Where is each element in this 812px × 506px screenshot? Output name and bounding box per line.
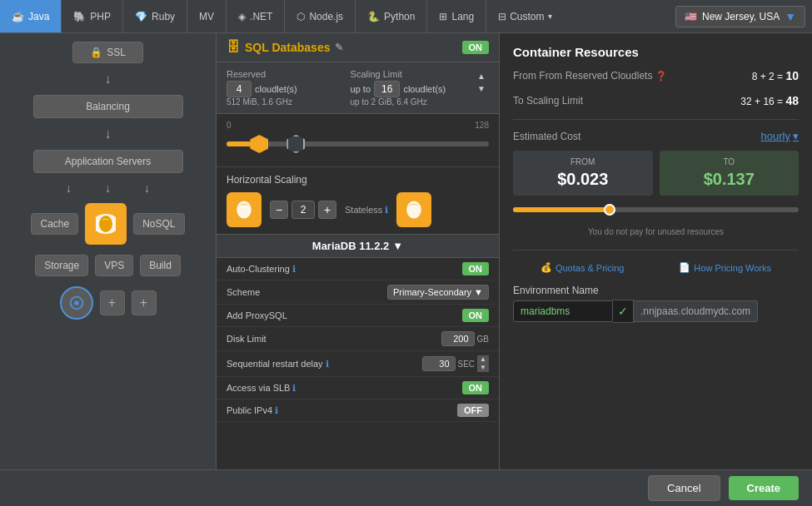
app-servers-button[interactable]: Application Servers [33,150,183,173]
env-name-label: Environment Name [513,285,799,296]
from-reserved-row: From From Reserved Cloudlets ❓ 8 + 2 = 1… [513,67,799,84]
location-selector[interactable]: 🇺🇸 New Jersey, USA ▼ [675,6,805,27]
slb-label: Access via SLB ℹ [227,383,296,394]
restart-unit: SEC [458,360,476,369]
setting-proxysql: Add ProxySQL ON [217,305,499,327]
auto-clustering-toggle[interactable]: ON [462,262,490,275]
tab-java-label: Java [28,11,49,22]
reserved-label: Reserved [227,69,344,79]
db-version-bar: MariaDB 11.2.2 ▼ [217,234,499,258]
java-icon: ☕ [12,11,24,22]
tab-lang[interactable]: ⊞ Lang [427,0,486,32]
tab-custom[interactable]: ⊟ Custom ▾ [486,0,563,32]
cancel-button[interactable]: Cancel [648,475,720,501]
build-button[interactable]: Build [140,255,181,276]
how-pricing-works-link[interactable]: 📄 How Pricing Works [679,262,771,273]
horiz-controls: − 2 + Stateless ℹ [227,192,489,227]
restart-delay-label: Sequential restart delay ℹ [227,359,329,370]
tab-python-label: Python [384,11,415,22]
db-version-selector[interactable]: MariaDB 11.2.2 ▼ [312,240,403,252]
main-toggle[interactable]: ON [462,41,490,54]
restart-spinners: ▲ ▼ [477,355,489,372]
nosql-button[interactable]: NoSQL [133,213,184,235]
node-icon-left [227,192,262,227]
quotas-pricing-link[interactable]: 💰 Quotas & Pricing [541,262,625,273]
storage-button[interactable]: Storage [35,255,88,276]
main-node-icon[interactable] [85,203,127,245]
stateless-info-icon[interactable]: ℹ [385,205,388,216]
tab-java[interactable]: ☕ Java [0,0,62,32]
setting-disk-limit: Disk Limit GB [217,327,499,351]
restart-delay-info[interactable]: ℹ [326,359,329,370]
env-name-input[interactable] [513,300,613,322]
svg-point-3 [237,201,252,219]
edit-icon[interactable]: ✎ [335,42,343,53]
add-button-1[interactable]: + [100,290,125,315]
count-value: 2 [291,201,315,219]
bottom-action-bar: Cancel Create [0,469,812,506]
svg-point-4 [407,201,422,219]
settings-round-icon[interactable] [60,286,93,320]
scheme-select[interactable]: Primary-Secondary ▼ [387,285,489,300]
tab-net-label: .NET [250,11,272,22]
reserved-slider-thumb[interactable] [250,135,268,153]
tab-ruby-label: Ruby [152,11,175,22]
add-button-2[interactable]: + [132,290,157,315]
cache-button[interactable]: Cache [31,213,78,235]
middle-panel: 🗄 SQL Databases ✎ ON Reserved 4 cloudlet… [217,33,500,506]
balancing-button[interactable]: Balancing [33,95,183,118]
reserved-desc: 512 MiB, 1.6 GHz [227,97,344,107]
hourly-button[interactable]: hourly ▾ [761,130,799,142]
right-panel: Container Resources From From Reserved C… [500,33,812,506]
top-tab-bar: ☕ Java 🐘 PHP 💎 Ruby MV ◈ .NET ⬡ Node.js … [0,0,812,33]
vps-button[interactable]: VPS [95,255,133,276]
tab-net[interactable]: ◈ .NET [227,0,285,32]
tab-php[interactable]: 🐘 PHP [62,0,123,32]
ruby-icon: 💎 [135,11,147,22]
ipv4-info[interactable]: ℹ [275,405,278,416]
to-scaling-row: To Scaling Limit 32 + 16 = 48 [513,92,799,109]
create-button[interactable]: Create [729,476,799,500]
proxysql-label: Add ProxySQL [227,310,287,320]
slb-info[interactable]: ℹ [292,383,296,394]
restart-delay-input[interactable] [422,356,456,371]
divider-1 [513,119,799,120]
mv-icon: MV [199,11,214,22]
cloudlets-section: Reserved 4 cloudlet(s) 512 MiB, 1.6 GHz … [217,62,499,114]
stateless-label: Stateless ℹ [345,205,388,216]
restart-spin-up[interactable]: ▲ [477,355,489,364]
tab-ruby[interactable]: 💎 Ruby [123,0,187,32]
slb-toggle[interactable]: ON [462,381,490,394]
tab-mv[interactable]: MV [187,0,227,32]
tab-custom-label: Custom [510,11,544,22]
env-name-check[interactable]: ✓ [613,300,634,323]
tab-nodejs[interactable]: ⬡ Node.js [285,0,356,32]
small-nodes-row: Cache NoSQL [31,203,184,245]
auto-clustering-info[interactable]: ℹ [292,264,296,275]
pricing-icon: 📄 [679,262,690,273]
scaling-slider-thumb[interactable] [286,135,305,153]
node-icon-right [396,192,431,227]
ipv4-toggle[interactable]: OFF [457,404,489,417]
from-info-icon[interactable]: ❓ [655,71,667,81]
cost-slider[interactable] [513,207,799,212]
count-control: − 2 + [270,201,336,219]
disk-unit: GB [477,335,489,344]
slider-section: 0 128 [217,114,499,166]
python-icon: 🐍 [367,11,380,22]
restart-spin-down[interactable]: ▼ [477,364,489,372]
count-plus-btn[interactable]: + [318,201,336,219]
proxysql-toggle[interactable]: ON [462,309,490,322]
disk-limit-input[interactable] [441,331,475,346]
scroll-up-btn[interactable]: ▲ [474,71,489,82]
location-dropdown-icon: ▼ [785,10,796,23]
count-minus-btn[interactable]: − [270,201,288,219]
ssl-button[interactable]: 🔒 SSL [72,42,143,63]
tab-python[interactable]: 🐍 Python [356,0,427,32]
scroll-down-btn[interactable]: ▼ [474,83,489,94]
auto-clustering-label: Auto-Clustering ℹ [227,264,296,275]
cost-slider-handle[interactable] [604,204,615,216]
svg-point-2 [74,300,79,305]
panel-title: 🗄 SQL Databases ✎ [227,40,343,55]
lang-icon: ⊞ [439,11,447,22]
